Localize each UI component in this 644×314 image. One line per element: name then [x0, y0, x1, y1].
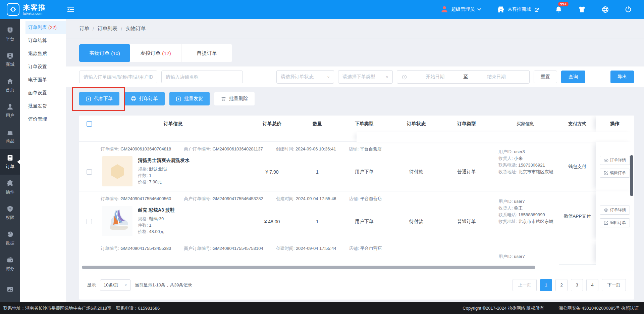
created-time: 2024-09-04 17:55:46 — [296, 196, 336, 201]
home-icon — [6, 78, 14, 85]
sidebar-item-plugins[interactable]: 插件 — [0, 175, 20, 200]
order-keyword-input[interactable] — [79, 71, 157, 83]
end-date-placeholder: 结束日期 — [468, 74, 525, 80]
footer-copyright: Copyright ©2017-2024 拾捌网络 版权所有 — [463, 305, 544, 311]
proxy-order-button[interactable]: 代客下单 — [79, 92, 119, 105]
eye-icon — [604, 208, 608, 212]
logo-domain: laiketui.com — [23, 11, 46, 15]
header-order-type: 订单类型 — [441, 121, 492, 127]
order-type: 普通订单 — [441, 219, 492, 225]
globe-icon — [601, 6, 609, 13]
footer-filing[interactable]: 湘公网安备 43010402000895号 执照认证 — [559, 305, 639, 311]
menu-refund-aftersale[interactable]: 退款售后 — [20, 47, 66, 60]
sidebar-item-gallery[interactable] — [0, 277, 20, 302]
bell-icon — [555, 6, 562, 13]
footer-phone: 联系电话：615981686 — [116, 305, 160, 311]
logout-button[interactable] — [625, 6, 632, 13]
order-edit-button[interactable]: 编辑订单 — [600, 169, 630, 178]
next-page-button[interactable]: 下一页 — [602, 279, 626, 291]
admin-menu[interactable]: 超级管理员 — [440, 5, 481, 13]
order-mode: 用户下单 — [337, 219, 391, 225]
horizontal-scrollbar-thumb[interactable] — [82, 266, 535, 269]
order-detail-button[interactable]: 订单详情 — [600, 156, 630, 165]
breadcrumb-orders[interactable]: 订单 — [79, 26, 89, 32]
order-no: GM240904175543455383 — [120, 246, 171, 251]
shop-name-input[interactable] — [161, 71, 243, 83]
order-detail-button[interactable]: 订单详情 — [600, 206, 630, 215]
sidebar-item-orders[interactable]: 订单 — [0, 149, 20, 175]
sidebar-item-users[interactable]: 用户 — [0, 98, 20, 124]
chevron-down-icon: ∨ — [327, 75, 330, 79]
row-checkbox[interactable] — [87, 219, 92, 224]
sidebar-item-goods[interactable]: 商品 — [0, 124, 20, 149]
page-button-4[interactable]: 4 — [586, 279, 598, 291]
order-list-count: (22) — [48, 25, 57, 30]
row-checkbox[interactable] — [87, 169, 92, 175]
svg-text:S: S — [9, 28, 11, 31]
sidebar-item-home[interactable]: 首页 — [0, 73, 20, 98]
notification-badge: 99+ — [558, 2, 569, 6]
menu-batch-ship[interactable]: 批量发货 — [20, 99, 66, 113]
batch-delete-button[interactable]: 批量删除 — [214, 92, 255, 105]
gallery-icon — [6, 286, 14, 293]
tabs-row: 实物订单 (10) 虚拟订单 (12) 自提订单 — [79, 44, 644, 62]
table-row: 订单编号: GM240906103640704818 商户订单编号: GM240… — [79, 142, 634, 191]
print-order-button[interactable]: 打印订单 — [124, 92, 165, 105]
page-size-select[interactable]: 10条/页 ∨ — [100, 279, 131, 291]
sidebar-item-platform[interactable]: S 平台 — [0, 21, 20, 47]
merchant-order-no: GM240904175546453282 — [213, 196, 263, 201]
buyer-info: 用户ID: user3 收货人: 小来 联系电话: 15873306921 收货… — [492, 142, 559, 191]
menu-review-management[interactable]: 评价管理 — [20, 113, 66, 126]
menu-order-settings[interactable]: 订单设置 — [20, 60, 66, 73]
order-qty: 1 — [297, 169, 337, 175]
menu-waybill-settings[interactable]: 面单设置 — [20, 86, 66, 99]
order-no: GM240906103640704818 — [120, 146, 171, 151]
order-status: 待付款 — [391, 219, 441, 225]
page-button-3[interactable]: 3 — [571, 279, 583, 291]
select-all-checkbox[interactable] — [87, 121, 92, 127]
date-range-picker[interactable]: 开始日期 至 结束日期 — [397, 70, 530, 84]
sidebar-item-permissions[interactable]: 权限 — [0, 200, 20, 226]
sidebar-item-finance[interactable]: 财务 — [0, 251, 20, 277]
batch-ship-button[interactable]: 批量发货 — [169, 92, 210, 105]
prev-page-button[interactable]: 上一页 — [513, 279, 537, 291]
trash-icon — [221, 96, 226, 101]
admin-name: 超级管理员 — [451, 6, 475, 12]
sidebar-item-mall[interactable]: 商城 — [0, 47, 20, 73]
tab-physical-orders[interactable]: 实物订单 (10) — [79, 44, 130, 62]
sidebar-item-data[interactable]: 数据 — [0, 226, 20, 251]
plus-square-icon — [86, 96, 91, 101]
pay-method: 钱包支付 — [559, 142, 596, 191]
language-button[interactable] — [601, 6, 609, 13]
header-order-info: 订单信息 — [99, 121, 247, 127]
menu-order-settlement[interactable]: 订单结算 — [20, 34, 66, 47]
clock-icon — [402, 75, 407, 80]
breadcrumb-order-list[interactable]: 订单列表 — [97, 26, 117, 32]
order-type-select[interactable]: 请选择下单类型 ∨ — [338, 70, 393, 84]
reset-button[interactable]: 重置 — [534, 71, 557, 83]
tab-pickup-orders[interactable]: 自提订单 — [181, 44, 232, 62]
app-logo[interactable]: 来客推 laiketui.com — [0, 3, 62, 16]
mall-link[interactable]: 来客推商城 — [497, 5, 539, 13]
order-edit-button[interactable]: 编辑订单 — [600, 218, 630, 227]
sub-sidebar: 订单列表 (22) 订单结算 退款售后 订单设置 电子面单 面单设置 批量发货 … — [20, 19, 66, 302]
search-button[interactable]: 查询 — [561, 71, 585, 83]
header-quantity: 数量 — [297, 121, 337, 127]
power-icon — [625, 6, 632, 13]
menu-e-waybill[interactable]: 电子面单 — [20, 73, 66, 86]
export-button[interactable]: 导出 — [610, 71, 634, 83]
page-button-1[interactable]: 1 — [540, 279, 552, 291]
order-status-select[interactable]: 请选择订单状态 ∨ — [276, 70, 334, 84]
page-button-2[interactable]: 2 — [555, 279, 568, 291]
buyer-info: 用户ID: user7 收货人: 鲁王 联系电话: 18588889999 收货… — [492, 191, 559, 241]
order-meta: 订单编号: GM240904175546400560 商户订单编号: GM240… — [79, 191, 492, 203]
notifications-button[interactable]: 99+ — [555, 6, 562, 13]
buyer-info: 用户ID: user7 — [492, 241, 559, 265]
tab-virtual-orders[interactable]: 虚拟订单 (12) — [130, 44, 181, 62]
sidebar-collapse-icon[interactable] — [67, 6, 74, 12]
vertical-scrollbar-thumb[interactable] — [630, 155, 633, 196]
menu-order-list[interactable]: 订单列表 (22) — [25, 21, 66, 34]
theme-button[interactable] — [578, 5, 586, 13]
chevron-down-icon: ∨ — [124, 283, 127, 287]
shop-name: 平台自营店 — [360, 196, 382, 201]
